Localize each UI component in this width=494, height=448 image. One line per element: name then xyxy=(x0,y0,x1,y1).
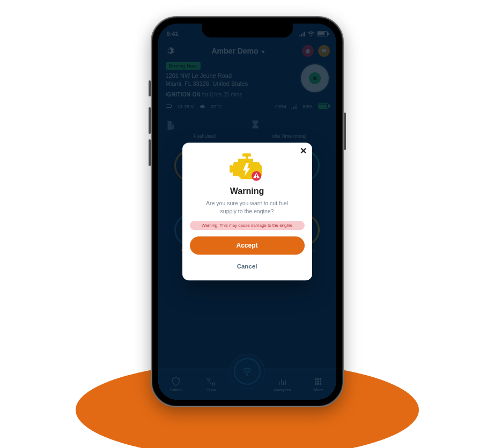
modal-message: Are you sure you want to cut fuel supply… xyxy=(197,199,297,215)
accept-button[interactable]: Accept xyxy=(190,237,305,255)
svg-rect-22 xyxy=(256,177,257,178)
modal-title: Warning xyxy=(190,186,305,196)
close-button[interactable]: ✕ xyxy=(300,147,307,155)
engine-warning-icon xyxy=(228,152,266,182)
svg-rect-21 xyxy=(256,174,257,176)
phone-screen: 9:41 Amber Demo ▾ xyxy=(158,24,336,400)
modal-warning-pill: Warning: This may cause damage to the en… xyxy=(190,221,305,230)
phone-notch xyxy=(202,24,293,38)
svg-rect-18 xyxy=(246,155,248,159)
svg-rect-19 xyxy=(230,165,233,173)
cancel-button[interactable]: Cancel xyxy=(190,262,305,272)
phone-mockup: 9:41 Amber Demo ▾ xyxy=(151,16,344,407)
warning-modal: ✕ xyxy=(182,143,312,280)
phone-side-button xyxy=(344,113,346,150)
